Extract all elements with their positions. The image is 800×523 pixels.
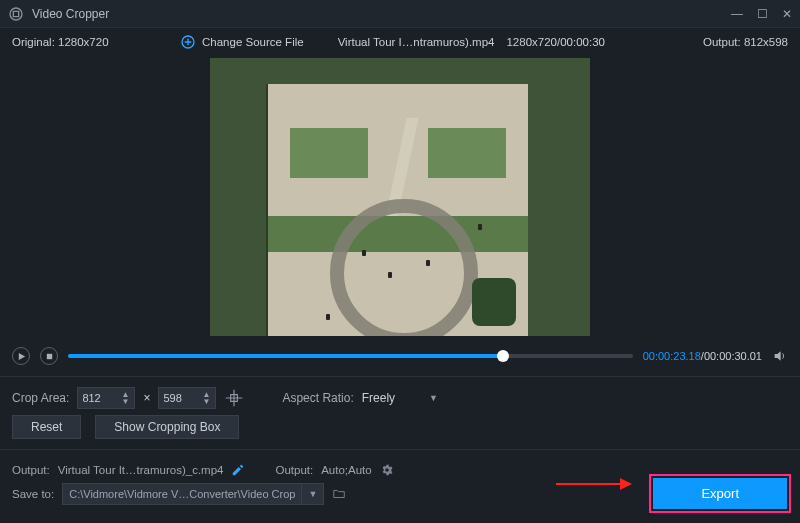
titlebar: Video Cropper — ☐ ✕ <box>0 0 800 28</box>
video-preview[interactable] <box>210 58 590 336</box>
infobar: Original: 1280x720 Change Source File Vi… <box>0 28 800 56</box>
file-meta: 1280x720/00:00:30 <box>506 36 604 48</box>
file-name: Virtual Tour I…ntramuros).mp4 <box>338 36 495 48</box>
output-settings-label: Output: <box>275 464 313 476</box>
save-path-value: C:\Vidmore\Vidmore V…Converter\Video Cro… <box>63 488 301 500</box>
annotation-arrow <box>556 477 632 495</box>
crop-settings: Crop Area: 812▲▼ × 598▲▼ Aspect Ratio: F… <box>0 377 800 415</box>
chevron-down-icon[interactable]: ▼ <box>302 489 323 499</box>
original-dim: Original: 1280x720 <box>12 36 162 48</box>
time-display: 00:00:23.18/00:00:30.01 <box>643 350 762 362</box>
stop-button[interactable] <box>40 347 58 365</box>
plus-circle-icon <box>180 34 196 50</box>
chevron-down-icon: ▼ <box>429 393 438 403</box>
svg-rect-2 <box>46 353 51 358</box>
show-cropping-box-button[interactable]: Show Cropping Box <box>95 415 239 439</box>
width-down-icon[interactable]: ▼ <box>120 398 130 405</box>
crop-width-input[interactable]: 812▲▼ <box>77 387 135 409</box>
crop-buttons: Reset Show Cropping Box <box>0 415 800 449</box>
svg-point-0 <box>10 8 22 20</box>
edit-filename-icon[interactable] <box>231 463 245 477</box>
reset-button[interactable]: Reset <box>12 415 81 439</box>
crop-height-input[interactable]: 598▲▼ <box>158 387 216 409</box>
open-folder-icon[interactable] <box>332 487 346 501</box>
center-crop-icon[interactable] <box>224 388 244 408</box>
multiply-sign: × <box>143 391 150 405</box>
crop-area-label: Crop Area: <box>12 391 69 405</box>
export-wrap: Export <box>653 478 787 509</box>
output-file-label: Output: <box>12 464 50 476</box>
output-settings-icon[interactable] <box>380 463 394 477</box>
output-settings-value: Auto;Auto <box>321 464 372 476</box>
aspect-ratio-label: Aspect Ratio: <box>282 391 353 405</box>
maximize-button[interactable]: ☐ <box>757 7 768 21</box>
preview-area <box>0 56 800 342</box>
change-source-button[interactable]: Change Source File <box>180 34 304 50</box>
output-file-name: Virtual Tour It…tramuros)_c.mp4 <box>58 464 224 476</box>
play-button[interactable] <box>12 347 30 365</box>
aspect-ratio-dropdown[interactable]: Freely▼ <box>362 387 454 409</box>
save-to-label: Save to: <box>12 488 54 500</box>
close-button[interactable]: ✕ <box>782 7 792 21</box>
minimize-button[interactable]: — <box>731 7 743 21</box>
height-down-icon[interactable]: ▼ <box>201 398 211 405</box>
output-dim: Output: 812x598 <box>703 36 788 48</box>
player-controls: 00:00:23.18/00:00:30.01 <box>0 342 800 370</box>
app-logo-icon <box>8 6 24 22</box>
volume-icon[interactable] <box>772 348 788 364</box>
app-title: Video Cropper <box>32 7 731 21</box>
save-path-selector[interactable]: C:\Vidmore\Vidmore V…Converter\Video Cro… <box>62 483 324 505</box>
seek-thumb[interactable] <box>497 350 509 362</box>
export-button[interactable]: Export <box>653 478 787 509</box>
seek-slider[interactable] <box>68 354 633 358</box>
window-buttons: — ☐ ✕ <box>731 7 792 21</box>
